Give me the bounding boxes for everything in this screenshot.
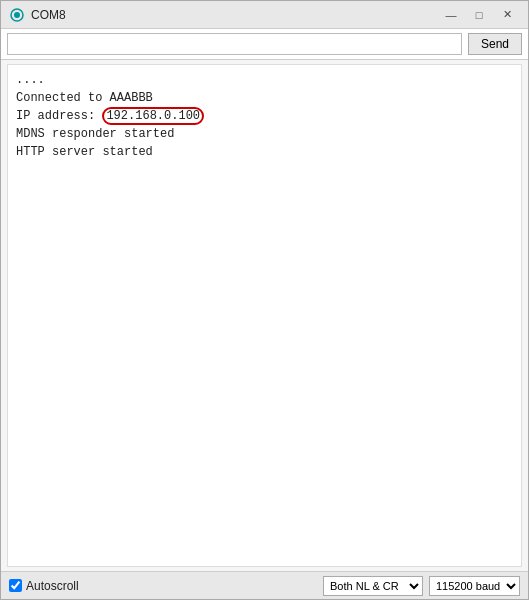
output-line-2: Connected to AAABBB	[16, 89, 513, 107]
maximize-button[interactable]: □	[466, 5, 492, 25]
send-button[interactable]: Send	[468, 33, 522, 55]
autoscroll-label[interactable]: Autoscroll	[26, 579, 79, 593]
line-ending-select[interactable]: No line ending Newline Carriage return B…	[323, 576, 423, 596]
minimize-button[interactable]: —	[438, 5, 464, 25]
autoscroll-container: Autoscroll	[9, 579, 315, 593]
output-line-4: MDNS responder started	[16, 125, 513, 143]
input-row: Send	[1, 29, 528, 60]
output-area: .... Connected to AAABBB IP address: 192…	[7, 64, 522, 567]
main-window: COM8 — □ ✕ Send .... Connected to AAABBB…	[0, 0, 529, 600]
output-line-3: IP address: 192.168.0.100	[16, 107, 513, 125]
autoscroll-checkbox[interactable]	[9, 579, 22, 592]
window-title: COM8	[31, 8, 438, 22]
serial-input[interactable]	[7, 33, 462, 55]
title-bar: COM8 — □ ✕	[1, 1, 528, 29]
app-icon	[9, 7, 25, 23]
svg-point-1	[14, 12, 20, 18]
window-controls: — □ ✕	[438, 5, 520, 25]
output-line-1: ....	[16, 71, 513, 89]
close-button[interactable]: ✕	[494, 5, 520, 25]
output-line-5: HTTP server started	[16, 143, 513, 161]
baud-rate-select[interactable]: 300 baud 1200 baud 2400 baud 4800 baud 9…	[429, 576, 520, 596]
status-dropdowns: No line ending Newline Carriage return B…	[323, 576, 520, 596]
ip-address: 192.168.0.100	[102, 107, 204, 125]
status-bar: Autoscroll No line ending Newline Carria…	[1, 571, 528, 599]
